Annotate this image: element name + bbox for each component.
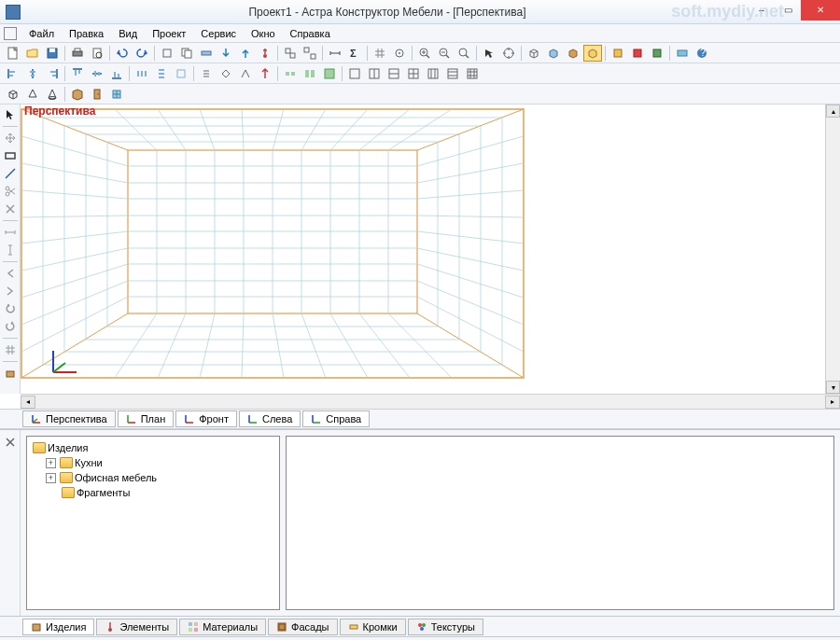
layout6-button[interactable] bbox=[443, 65, 462, 82]
print-button[interactable] bbox=[68, 45, 87, 62]
distribute-c-button[interactable] bbox=[172, 65, 190, 82]
pointer-button[interactable] bbox=[2, 106, 19, 123]
snap-button[interactable] bbox=[390, 45, 409, 62]
btab-elements[interactable]: Элементы bbox=[96, 619, 177, 635]
menu-file[interactable]: Файл bbox=[22, 26, 61, 41]
menu-window[interactable]: Окно bbox=[245, 26, 282, 41]
tab-plan[interactable]: План bbox=[118, 410, 175, 427]
help-button[interactable]: ? bbox=[693, 45, 711, 62]
dim-v-button[interactable] bbox=[2, 242, 19, 258]
align-bottom-button[interactable] bbox=[107, 65, 126, 82]
target-button[interactable] bbox=[499, 45, 518, 62]
new-button[interactable] bbox=[4, 45, 22, 62]
furniture-button[interactable] bbox=[2, 365, 19, 382]
layout1-button[interactable] bbox=[345, 65, 364, 82]
redo-button[interactable] bbox=[133, 45, 151, 62]
pin-button[interactable] bbox=[256, 45, 274, 62]
move-down-button[interactable] bbox=[217, 45, 235, 62]
tab-right[interactable]: Справа bbox=[302, 410, 370, 427]
layout7-button[interactable] bbox=[463, 65, 482, 82]
tool-c2-button[interactable] bbox=[628, 45, 647, 62]
size3-button[interactable] bbox=[320, 65, 339, 82]
op1-button[interactable] bbox=[197, 65, 216, 82]
tree-pane[interactable]: Изделия + Кухни + Офисная мебель Фрагмен… bbox=[26, 436, 280, 610]
box-button[interactable] bbox=[4, 86, 22, 103]
arrow-button[interactable] bbox=[480, 45, 498, 62]
tool-c3-button[interactable] bbox=[648, 45, 666, 62]
op4-button[interactable] bbox=[256, 65, 274, 82]
align-right-button[interactable] bbox=[43, 65, 62, 82]
expand-icon[interactable]: + bbox=[46, 473, 56, 483]
view-right-button[interactable] bbox=[2, 283, 19, 299]
op3-button[interactable] bbox=[236, 65, 255, 82]
group-button[interactable] bbox=[281, 45, 300, 62]
tree-item-fragments[interactable]: Фрагменты bbox=[31, 485, 275, 500]
menu-edit[interactable]: Правка bbox=[63, 26, 110, 41]
align-left-button[interactable] bbox=[4, 65, 22, 82]
viewport-3d[interactable]: Перспектива bbox=[21, 104, 825, 394]
btab-textures[interactable]: Текстуры bbox=[408, 619, 483, 635]
btab-edges[interactable]: Кромки bbox=[340, 619, 406, 635]
layout2-button[interactable] bbox=[365, 65, 384, 82]
open-button[interactable] bbox=[23, 45, 42, 62]
undo-button[interactable] bbox=[113, 45, 132, 62]
close-panel-button[interactable] bbox=[2, 434, 19, 451]
zoom-in-button[interactable] bbox=[415, 45, 434, 62]
btab-materials[interactable]: Материалы bbox=[179, 619, 266, 635]
minimize-button[interactable]: – bbox=[749, 0, 775, 21]
scroll-up-button[interactable]: ▴ bbox=[826, 104, 840, 118]
op2-button[interactable] bbox=[217, 65, 235, 82]
vertical-scrollbar[interactable]: ▴ ▾ bbox=[825, 104, 840, 394]
tool-c1-button[interactable] bbox=[609, 45, 627, 62]
btab-products[interactable]: Изделия bbox=[22, 619, 94, 635]
tab-front[interactable]: Фронт bbox=[175, 410, 237, 427]
size1-button[interactable] bbox=[281, 65, 300, 82]
room-button[interactable] bbox=[68, 86, 87, 103]
line-button[interactable] bbox=[2, 165, 19, 182]
tree-item-kitchens[interactable]: + Кухни bbox=[31, 455, 275, 470]
scissors-button[interactable] bbox=[2, 183, 19, 200]
maximize-button[interactable]: ▭ bbox=[775, 0, 801, 21]
horizontal-scrollbar[interactable]: ◂ ▸ bbox=[21, 394, 840, 409]
layout3-button[interactable] bbox=[385, 65, 403, 82]
tool-d1-button[interactable] bbox=[673, 45, 692, 62]
menu-help[interactable]: Справка bbox=[284, 26, 337, 41]
distribute-h-button[interactable] bbox=[133, 65, 151, 82]
view-left-button[interactable] bbox=[2, 265, 19, 282]
scroll-right-button[interactable]: ▸ bbox=[825, 396, 840, 409]
scroll-left-button[interactable]: ◂ bbox=[21, 396, 35, 409]
zoom-fit-button[interactable] bbox=[455, 45, 473, 62]
align-center-h-button[interactable] bbox=[23, 65, 42, 82]
window-button[interactable] bbox=[107, 86, 126, 103]
textured-button[interactable] bbox=[564, 45, 582, 62]
width-button[interactable] bbox=[326, 45, 344, 62]
menu-service[interactable]: Сервис bbox=[194, 26, 243, 41]
close-button[interactable]: ✕ bbox=[801, 0, 840, 21]
cut-button[interactable] bbox=[2, 201, 19, 217]
tree-item-office[interactable]: + Офисная мебель bbox=[31, 470, 275, 485]
wireframe-button[interactable] bbox=[525, 45, 543, 62]
size2-button[interactable] bbox=[301, 65, 319, 82]
align-middle-button[interactable] bbox=[88, 65, 106, 82]
sigma-button[interactable]: Σ bbox=[345, 45, 364, 62]
tool-b-button[interactable] bbox=[197, 45, 216, 62]
align-top-button[interactable] bbox=[68, 65, 87, 82]
expand-icon[interactable]: + bbox=[46, 458, 56, 468]
door-button[interactable] bbox=[88, 86, 106, 103]
dim-h-button[interactable] bbox=[2, 224, 19, 241]
rotate-cw-button[interactable] bbox=[2, 318, 19, 335]
scroll-down-button[interactable]: ▾ bbox=[826, 381, 840, 394]
tab-perspective[interactable]: Перспектива bbox=[22, 410, 116, 427]
move-up-button[interactable] bbox=[236, 45, 255, 62]
tree-root[interactable]: Изделия bbox=[31, 440, 275, 455]
print-preview-button[interactable] bbox=[88, 45, 106, 62]
distribute-v-button[interactable] bbox=[152, 65, 171, 82]
grid-button[interactable] bbox=[371, 45, 389, 62]
layout4-button[interactable] bbox=[404, 65, 423, 82]
layout5-button[interactable] bbox=[424, 65, 442, 82]
pan-button[interactable] bbox=[2, 130, 19, 146]
ungroup-button[interactable] bbox=[301, 45, 319, 62]
control-menu-icon[interactable] bbox=[4, 27, 17, 40]
render-button[interactable] bbox=[583, 45, 602, 62]
zoom-out-button[interactable] bbox=[435, 45, 454, 62]
